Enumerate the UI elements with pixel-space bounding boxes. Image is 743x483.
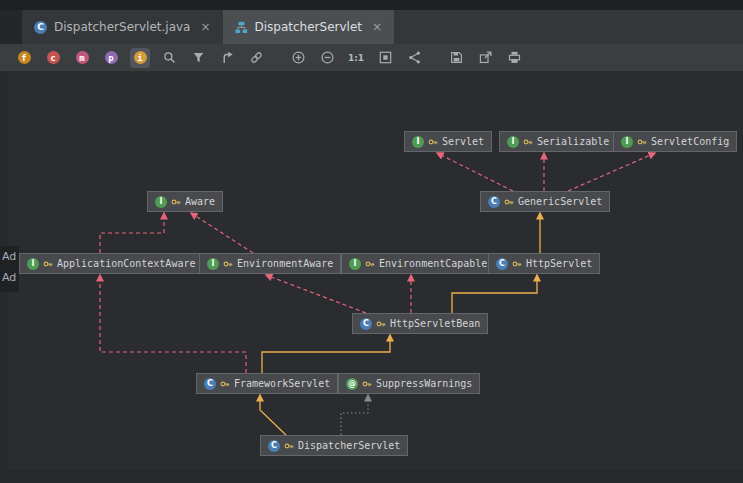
layout-icon	[408, 51, 421, 64]
node-label: EnvironmentAware	[237, 258, 333, 269]
node-label: SuppressWarnings	[376, 378, 472, 389]
key-icon	[512, 259, 522, 269]
close-tab-icon[interactable]: ×	[372, 21, 382, 33]
properties-toggle-icon: p	[105, 51, 118, 64]
diagram-node-SuppressWarnings[interactable]: @SuppressWarnings	[338, 373, 480, 394]
export-icon	[479, 51, 492, 64]
link-icon	[250, 51, 263, 64]
zoom-in-icon	[292, 51, 305, 64]
tab-dispatcherservlet-java[interactable]: C DispatcherServlet.java ×	[22, 10, 223, 44]
node-label: FrameworkServlet	[234, 378, 330, 389]
class-icon: C	[204, 378, 216, 390]
node-label: GenericServlet	[518, 196, 602, 207]
diagram-node-EnvironmentCapable[interactable]: IEnvironmentCapable	[341, 253, 495, 274]
editor-tab-bar: C DispatcherServlet.java × DispatcherSer…	[22, 10, 743, 44]
diagram-node-Servlet[interactable]: IServlet	[404, 131, 492, 152]
inner-classes-toggle-icon: i	[134, 51, 147, 64]
diagram-node-DispatcherServlet[interactable]: CDispatcherServlet	[260, 435, 408, 456]
inner-classes-toggle-button[interactable]: i	[130, 48, 150, 68]
uml-diagram-icon	[235, 21, 248, 34]
close-tab-icon[interactable]: ×	[200, 21, 210, 33]
methods-toggle-icon: m	[76, 51, 89, 64]
scope-filter-button[interactable]	[188, 48, 208, 68]
fit-icon	[379, 51, 392, 64]
node-label: HttpServletBean	[390, 318, 480, 329]
key-icon	[43, 259, 53, 269]
tabbar-left-corner	[0, 10, 22, 44]
fit-content-button[interactable]	[375, 48, 395, 68]
diagram-node-Aware[interactable]: IAware	[147, 191, 223, 212]
fields-toggle-button[interactable]: f	[14, 48, 34, 68]
magnifier-icon	[163, 51, 176, 64]
key-icon	[504, 197, 514, 207]
window-top-strip	[0, 0, 743, 10]
actual-size-icon: 1:1	[348, 53, 364, 63]
zoom-out-button[interactable]	[317, 48, 337, 68]
class-icon: C	[360, 318, 372, 330]
class-icon: C	[268, 440, 280, 452]
node-label: HttpServlet	[526, 258, 592, 269]
key-icon	[376, 319, 386, 329]
code-fragment-line: Ad	[2, 246, 19, 267]
interface-icon: I	[507, 136, 519, 148]
code-fragment-line: Ad	[2, 267, 19, 288]
ide-window: C DispatcherServlet.java × DispatcherSer…	[0, 0, 743, 483]
zoom-in-button[interactable]	[288, 48, 308, 68]
funnel-icon	[192, 51, 205, 64]
fields-toggle-icon: f	[18, 51, 31, 64]
interface-icon: I	[621, 136, 633, 148]
apply-layout-button[interactable]	[404, 48, 424, 68]
key-icon	[523, 137, 533, 147]
class-icon: C	[488, 196, 500, 208]
constructors-toggle-button[interactable]: c	[43, 48, 63, 68]
node-label: ApplicationContextAware	[57, 258, 195, 269]
diagram-node-GenericServlet[interactable]: CGenericServlet	[480, 191, 610, 212]
key-icon	[171, 197, 181, 207]
node-label: EnvironmentCapable	[379, 258, 487, 269]
save-icon	[450, 51, 463, 64]
preview-magnifier-button[interactable]	[159, 48, 179, 68]
interface-icon: I	[349, 258, 361, 270]
tab-label: DispatcherServlet.java	[54, 20, 190, 34]
print-diagram-button[interactable]	[504, 48, 524, 68]
actual-size-button[interactable]: 1:1	[346, 48, 366, 68]
printer-icon	[508, 51, 521, 64]
diagram-node-FrameworkServlet[interactable]: CFrameworkServlet	[196, 373, 338, 394]
key-icon	[220, 379, 230, 389]
node-label: Servlet	[442, 136, 484, 147]
diagram-node-EnvironmentAware[interactable]: IEnvironmentAware	[199, 253, 341, 274]
properties-toggle-button[interactable]: p	[101, 48, 121, 68]
save-diagram-button[interactable]	[446, 48, 466, 68]
show-dependencies-button[interactable]	[217, 48, 237, 68]
tab-label: DispatcherServlet	[255, 20, 362, 34]
node-label: Serializable	[537, 136, 609, 147]
java-class-icon: C	[34, 21, 47, 34]
diagram-node-ApplicationContextAware[interactable]: IApplicationContextAware	[19, 253, 203, 274]
interface-icon: I	[155, 196, 167, 208]
node-label: DispatcherServlet	[298, 440, 400, 451]
diagram-node-HttpServlet[interactable]: CHttpServlet	[488, 253, 600, 274]
constructors-toggle-icon: c	[47, 51, 60, 64]
key-icon	[223, 259, 233, 269]
node-label: ServletConfig	[651, 136, 729, 147]
key-icon	[362, 379, 372, 389]
export-diagram-button[interactable]	[475, 48, 495, 68]
diagram-toolbar: fcmpi1:1	[0, 44, 743, 72]
key-icon	[284, 441, 294, 451]
interface-icon: I	[207, 258, 219, 270]
key-icon	[428, 137, 438, 147]
status-bar	[0, 470, 743, 483]
edge-creation-button[interactable]	[246, 48, 266, 68]
key-icon	[365, 259, 375, 269]
bent-arrow-icon	[221, 51, 234, 64]
annotation-icon: @	[346, 378, 358, 390]
class-icon: C	[496, 258, 508, 270]
interface-icon: I	[412, 136, 424, 148]
methods-toggle-button[interactable]: m	[72, 48, 92, 68]
tab-dispatcherservlet-diagram[interactable]: DispatcherServlet ×	[223, 10, 395, 44]
key-icon	[637, 137, 647, 147]
interface-icon: I	[27, 258, 39, 270]
diagram-node-HttpServletBean[interactable]: CHttpServletBean	[352, 313, 488, 334]
diagram-node-ServletConfig[interactable]: IServletConfig	[613, 131, 737, 152]
diagram-node-Serializable[interactable]: ISerializable	[499, 131, 617, 152]
